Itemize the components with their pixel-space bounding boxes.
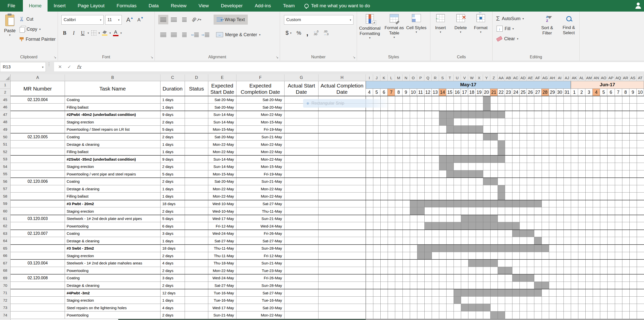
row-header-51[interactable]: 51 [0, 141, 11, 148]
cell-A71[interactable] [11, 289, 65, 297]
day-cell-may-6[interactable]: 6 [380, 89, 388, 96]
gantt-bar-row-46[interactable] [483, 104, 490, 111]
column-header-AA[interactable]: AA [498, 74, 505, 81]
cell-E54[interactable]: Sun-14-May [208, 163, 236, 170]
gantt-bar-row-50[interactable] [483, 133, 498, 141]
cell-A66[interactable] [11, 252, 65, 260]
cell-C61[interactable]: 5 days [160, 215, 185, 222]
cell-G67[interactable] [285, 259, 318, 267]
header-cell-G[interactable]: Actual Start Date [285, 81, 318, 96]
day-cell-jun-3[interactable]: 3 [585, 89, 593, 96]
cell-G65[interactable] [285, 245, 318, 252]
column-header-N[interactable]: N [403, 74, 410, 81]
cell-A65[interactable] [11, 245, 65, 252]
cell-D60[interactable] [185, 207, 208, 215]
cell-A55[interactable] [11, 170, 65, 178]
cell-D59[interactable] [185, 200, 208, 208]
cell-A53[interactable] [11, 155, 65, 163]
cell-C55[interactable]: 5 days [160, 170, 185, 178]
cell-A60[interactable] [11, 207, 65, 215]
column-header-R[interactable]: R [432, 74, 439, 81]
cell-H61[interactable] [318, 215, 366, 222]
cell-G50[interactable] [285, 133, 318, 141]
column-header-M[interactable]: M [395, 74, 402, 81]
cell-B71[interactable]: #4Pwbt -3m2 [65, 289, 160, 297]
cell-D66[interactable] [185, 252, 208, 260]
cell-B55[interactable]: Powertooling / vent pipe and steel repai… [65, 170, 160, 178]
cell-F63[interactable]: Fri-26-May [236, 230, 285, 237]
cell-C64[interactable]: 1 days [160, 237, 185, 245]
cell-F47[interactable]: Mon-22-May [236, 111, 285, 118]
cell-D55[interactable] [185, 170, 208, 178]
day-cell-jun-7[interactable]: 7 [615, 89, 622, 96]
cell-E61[interactable]: Wed-17-May [208, 215, 236, 222]
cell-F62[interactable]: Wed-24-May [236, 222, 285, 230]
cell-C48[interactable]: 2 days [160, 118, 185, 126]
row-header-50[interactable]: 50 [0, 133, 11, 141]
cell-D68[interactable] [185, 267, 208, 275]
row-header-57[interactable]: 57 [0, 185, 11, 193]
cell-G63[interactable] [285, 230, 318, 237]
cell-E66[interactable]: Thu-11-May [208, 252, 236, 260]
column-header-Z[interactable]: Z [490, 74, 498, 81]
gantt-bar-row-49[interactable] [446, 126, 483, 133]
row-header-52[interactable]: 52 [0, 148, 11, 156]
column-header-AQ[interactable]: AQ [615, 74, 622, 81]
column-header-AF[interactable]: AF [534, 74, 541, 81]
cell-G60[interactable] [285, 207, 318, 215]
column-header-A[interactable]: A [11, 74, 65, 81]
gantt-bar-row-53[interactable] [439, 155, 505, 163]
row-header-74[interactable]: 74 [0, 311, 11, 319]
cell-A68[interactable] [11, 267, 65, 275]
cell-H70[interactable] [318, 282, 366, 289]
cell-B74[interactable]: Powertooling [65, 311, 160, 319]
cell-D62[interactable] [185, 222, 208, 230]
gantt-bar-row-66[interactable] [417, 252, 432, 260]
cell-B45[interactable]: Coating [65, 96, 160, 104]
cell-E64[interactable]: Sat-27-May [208, 237, 236, 245]
cell-E45[interactable]: Sat-20-May [208, 96, 236, 104]
cell-C71[interactable]: 12 days [160, 289, 185, 297]
cell-F71[interactable]: Sat-27-May [236, 289, 285, 297]
gantt-bar-row-47[interactable] [439, 111, 505, 118]
cell-D47[interactable] [185, 111, 208, 118]
cell-F56[interactable]: Sun-21-May [236, 178, 285, 185]
cell-A51[interactable] [11, 141, 65, 148]
gantt-bar-row-69[interactable] [512, 274, 534, 282]
cell-B57[interactable]: Destage & cleaning [65, 185, 160, 193]
cell-A73[interactable] [11, 304, 65, 311]
select-all-corner[interactable] [0, 74, 11, 81]
cell-F58[interactable]: Mon-22-May [236, 193, 285, 200]
cell-H60[interactable] [318, 207, 366, 215]
cell-B53[interactable]: #2Swbt -35m2 (underballast condition) [65, 155, 160, 163]
row-header-48[interactable]: 48 [0, 118, 11, 126]
day-cell-may-13[interactable]: 13 [432, 89, 439, 96]
cell-D61[interactable] [185, 215, 208, 222]
day-cell-may-30[interactable]: 30 [556, 89, 564, 96]
row-header-56[interactable]: 56 [0, 178, 11, 185]
cell-H54[interactable] [318, 163, 366, 170]
cell-A61[interactable]: 03.120.003 [11, 215, 65, 222]
cell-B54[interactable]: Staging erection [65, 163, 160, 170]
cell-C49[interactable]: 5 days [160, 126, 185, 133]
gantt-bar-row-62[interactable] [424, 222, 519, 230]
day-cell-may-20[interactable]: 20 [483, 89, 490, 96]
row-header-69[interactable]: 69 [0, 274, 11, 282]
cell-B67[interactable]: Steelwork - 1# 2nd deck plate maholes ar… [65, 259, 160, 267]
cell-H68[interactable] [318, 267, 366, 275]
column-header-AN[interactable]: AN [593, 74, 600, 81]
cell-G51[interactable] [285, 141, 318, 148]
cell-B49[interactable]: Powertooling / Steel repairs on LR list [65, 126, 160, 133]
cell-H49[interactable] [318, 126, 366, 133]
cell-H64[interactable] [318, 237, 366, 245]
column-header-K[interactable]: K [380, 74, 388, 81]
cell-G68[interactable] [285, 267, 318, 275]
cell-A46[interactable] [11, 104, 65, 111]
column-header-L[interactable]: L [388, 74, 395, 81]
gantt-bar-row-67[interactable] [468, 259, 497, 267]
cell-A59[interactable] [11, 200, 65, 208]
cell-C66[interactable]: 2 days [160, 252, 185, 260]
cell-H59[interactable] [318, 200, 366, 208]
day-cell-may-31[interactable]: 31 [564, 89, 571, 96]
day-cell-jun-10[interactable]: 10 [637, 89, 644, 96]
